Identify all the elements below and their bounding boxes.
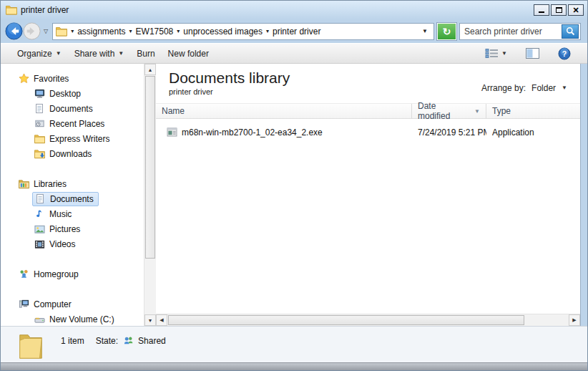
preview-pane-button[interactable]: [519, 45, 546, 62]
sidebar-item-label: Libraries: [34, 179, 67, 189]
maximize-button[interactable]: [551, 4, 567, 16]
change-view-button[interactable]: ▼: [479, 45, 514, 62]
arrange-by-control[interactable]: Arrange by: Folder ▼: [481, 69, 567, 96]
title-bar: printer driver ✕: [1, 1, 587, 19]
sidebar-item-label: Favorites: [34, 74, 69, 84]
window-right-border: [580, 64, 587, 326]
file-rows: m68n-win-mb2700-1_02-ea34_2.exe 7/24/201…: [156, 119, 580, 314]
command-toolbar: Organize ▼ Share with ▼ Burn New folder: [1, 43, 587, 64]
column-header-name[interactable]: Name: [156, 104, 412, 118]
scrollbar-thumb[interactable]: [168, 315, 524, 325]
sidebar-item-videos[interactable]: Videos: [1, 236, 144, 251]
file-type: Application: [486, 127, 580, 138]
status-bar: 1 item State: Shared: [1, 326, 587, 362]
sidebar-item-documents-library[interactable]: Documents: [1, 191, 144, 206]
search-input[interactable]: [464, 26, 562, 37]
document-icon: [34, 193, 46, 205]
sidebar-item-recent-places[interactable]: Recent Places: [1, 116, 144, 131]
state-value: Shared: [138, 336, 166, 346]
sidebar-item-label: Downloads: [49, 149, 92, 159]
recent-places-icon: [34, 118, 45, 130]
column-header-type[interactable]: Type: [486, 104, 580, 118]
scroll-down-icon[interactable]: ▼: [144, 314, 156, 326]
list-view-icon: [485, 48, 499, 59]
sidebar-item-label: Express Writers: [49, 134, 109, 144]
address-bar[interactable]: ▾ assignments ▾ EW17508 ▾ unprocessed im…: [52, 23, 434, 40]
chevron-down-icon: ▼: [562, 85, 567, 91]
breadcrumb-segment[interactable]: EW17508: [136, 26, 174, 37]
share-with-button[interactable]: Share with ▼: [68, 46, 131, 62]
scroll-left-icon[interactable]: ◀: [156, 314, 167, 326]
application-file-icon: [166, 127, 177, 138]
sidebar-item-new-volume-c[interactable]: New Volume (C:): [1, 312, 144, 326]
library-title: Documents library: [169, 69, 290, 87]
column-header-row: Name Date modified ▼ Type: [156, 103, 580, 119]
help-button[interactable]: ?: [552, 44, 577, 63]
library-subtitle: printer driver: [169, 87, 290, 96]
breadcrumb-segment[interactable]: printer driver: [273, 26, 320, 37]
music-note-icon: [34, 208, 45, 220]
scrollbar-thumb[interactable]: [145, 76, 155, 259]
magnifier-icon: [566, 26, 575, 36]
sidebar-item-label: Computer: [34, 299, 72, 309]
arrange-by-value[interactable]: Folder: [531, 83, 556, 93]
item-count: 1 item: [61, 336, 84, 346]
window-body: Favorites Desktop Documents: [1, 64, 587, 326]
sidebar-scrollbar[interactable]: ▲ ▼: [144, 64, 156, 326]
film-icon: [34, 238, 45, 250]
homegroup-icon: [18, 269, 29, 280]
window-title: printer driver: [21, 5, 69, 15]
chevron-down-icon: ▼: [118, 50, 124, 57]
recent-pages-dropdown[interactable]: ▽: [44, 28, 48, 34]
organize-button[interactable]: Organize ▼: [11, 46, 68, 62]
breadcrumb-caret[interactable]: ▾: [128, 28, 134, 34]
shared-users-icon: [122, 335, 134, 347]
sidebar-item-libraries[interactable]: Libraries: [1, 176, 144, 191]
sidebar-item-label: Videos: [49, 239, 75, 249]
sidebar-item-homegroup[interactable]: Homegroup: [1, 266, 144, 281]
window-bottom-border: [1, 362, 587, 370]
help-icon: ?: [558, 47, 571, 60]
breadcrumb-caret[interactable]: ▾: [69, 28, 75, 34]
burn-button[interactable]: Burn: [130, 46, 161, 62]
sidebar-item-music[interactable]: Music: [1, 206, 144, 221]
new-folder-button[interactable]: New folder: [162, 46, 215, 62]
sidebar-item-label: Homegroup: [34, 269, 79, 279]
state-label: State:: [96, 336, 118, 346]
refresh-button[interactable]: ↻: [437, 23, 456, 40]
breadcrumb-segment[interactable]: unprocessed images: [183, 26, 263, 37]
file-row[interactable]: m68n-win-mb2700-1_02-ea34_2.exe 7/24/201…: [156, 125, 580, 140]
sidebar-item-favorites[interactable]: Favorites: [1, 71, 144, 86]
chevron-down-icon: ▼: [56, 50, 62, 57]
star-icon: [18, 73, 29, 85]
sidebar-item-label: Desktop: [49, 89, 81, 99]
search-box: [459, 23, 581, 40]
sidebar-item-label: Pictures: [49, 224, 80, 234]
close-button[interactable]: ✕: [568, 4, 584, 16]
scroll-up-icon[interactable]: ▲: [144, 64, 156, 75]
scroll-right-icon[interactable]: ▶: [569, 314, 580, 326]
back-button[interactable]: [5, 22, 23, 40]
sidebar-item-downloads[interactable]: Downloads: [1, 146, 144, 161]
breadcrumb-caret[interactable]: ▾: [175, 28, 181, 34]
breadcrumb-caret[interactable]: ▾: [265, 28, 270, 34]
sidebar-item-documents-favorite[interactable]: Documents: [1, 101, 144, 116]
picture-icon: [34, 223, 45, 235]
sidebar-item-label: New Volume (C:): [49, 314, 114, 324]
search-button[interactable]: [562, 24, 579, 39]
column-header-date-modified[interactable]: Date modified ▼: [412, 104, 486, 118]
computer-icon: [18, 299, 29, 310]
navigation-pane: Favorites Desktop Documents: [1, 64, 144, 326]
address-history-dropdown[interactable]: ▼: [419, 28, 431, 34]
horizontal-scrollbar[interactable]: ◀ ▶: [156, 314, 580, 326]
folder-icon: [56, 26, 67, 37]
folder-icon: [6, 5, 17, 15]
folder-icon: [34, 133, 45, 145]
sidebar-item-desktop[interactable]: Desktop: [1, 86, 144, 101]
breadcrumb-segment[interactable]: assignments: [77, 26, 125, 37]
sidebar-item-express-writers[interactable]: Express Writers: [1, 131, 144, 146]
minimize-button[interactable]: [534, 4, 549, 16]
sidebar-item-pictures[interactable]: Pictures: [1, 221, 144, 236]
sidebar-item-computer[interactable]: Computer: [1, 297, 144, 312]
libraries-icon: [18, 178, 29, 190]
